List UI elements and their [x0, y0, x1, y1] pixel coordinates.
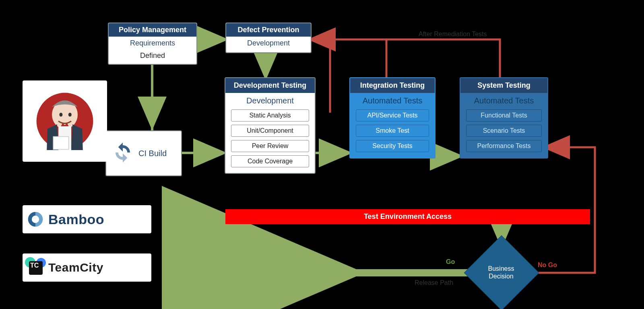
edge-label-release: Release Path: [415, 279, 453, 286]
svg-rect-12: [53, 136, 68, 149]
node-integration-testing: Integration Testing Automated Tests API/…: [349, 77, 436, 159]
svg-point-9: [59, 113, 62, 117]
node-policy-management: Policy Management Requirements Defined: [108, 23, 197, 65]
chip: Performance Tests: [466, 140, 542, 152]
chip: API/Service Tests: [356, 109, 429, 122]
node-defect-prevention: Defect Prevention Development: [225, 23, 312, 53]
chip: Static Analysis: [231, 109, 309, 122]
node-title: Defect Prevention: [226, 23, 311, 37]
chip: Security Tests: [356, 140, 429, 152]
node-ci-build: CI Build: [105, 130, 182, 176]
node-title: Integration Testing: [350, 78, 435, 93]
node-system-testing: System Testing Automated Tests Functiona…: [460, 77, 548, 159]
jenkins-icon: [33, 87, 97, 155]
logo-teamcity: TC TeamCity: [23, 253, 151, 282]
node-subtitle: Automated Tests: [460, 93, 547, 108]
chip: Code Coverage: [231, 155, 309, 167]
node-subtitle: Requirements: [109, 37, 196, 50]
bamboo-icon: [27, 210, 44, 228]
ci-label: CI Build: [138, 149, 167, 158]
chip: Scenario Tests: [466, 125, 542, 137]
chip: Functional Tests: [466, 109, 542, 122]
logo-bamboo: Bamboo: [23, 205, 151, 233]
node-title: Development Testing: [225, 78, 315, 93]
chip-list: Functional Tests Scenario Tests Performa…: [460, 108, 547, 158]
teamcity-icon: TC: [27, 259, 44, 276]
chip-list: Static Analysis Unit/Component Peer Revi…: [225, 108, 315, 173]
node-subtitle: Automated Tests: [350, 93, 435, 108]
chip: Smoke Test: [356, 125, 429, 137]
node-subtitle: Development: [225, 93, 315, 108]
node-body: Development: [226, 37, 311, 52]
edge-label-remediation: After Remediation Tests: [419, 31, 487, 38]
node-development-testing: Development Testing Development Static A…: [225, 77, 316, 174]
bamboo-label: Bamboo: [48, 212, 104, 227]
test-environment-bar: Test Environment Access: [225, 209, 590, 224]
decision-label: Business Decision: [475, 265, 527, 280]
node-title: Policy Management: [109, 23, 196, 37]
edge-label-go: Go: [446, 258, 455, 266]
edge-label-no-go: No Go: [538, 262, 557, 269]
teamcity-label: TeamCity: [48, 261, 103, 274]
node-business-decision: Business Decision: [475, 246, 527, 299]
chip: Peer Review: [231, 140, 309, 152]
chip-list: API/Service Tests Smoke Test Security Te…: [350, 108, 435, 158]
node-title: System Testing: [460, 78, 547, 93]
svg-point-10: [68, 113, 72, 117]
node-body: Defined: [109, 50, 196, 64]
logo-jenkins: [23, 80, 107, 162]
chip: Unit/Component: [231, 125, 309, 137]
cycle-icon: [112, 142, 134, 165]
